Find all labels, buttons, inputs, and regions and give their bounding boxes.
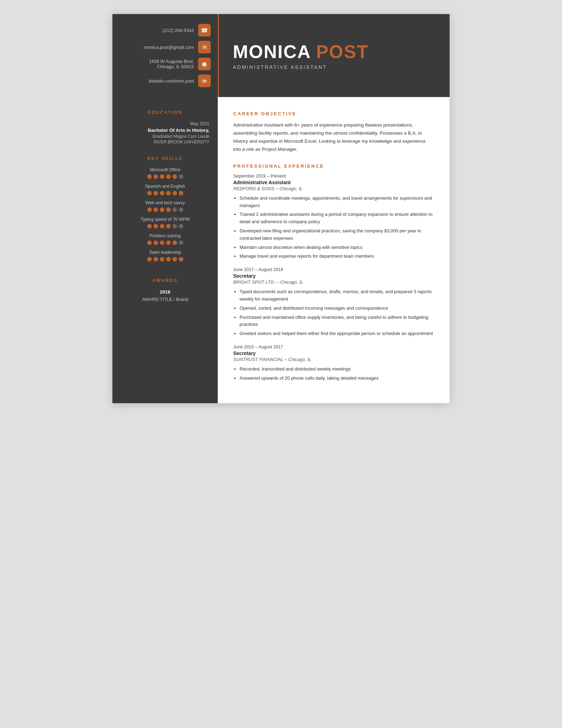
contact-item-address: 1938 W Augusta Blvd, Chicago, IL 60622◉ bbox=[122, 58, 211, 70]
award-title: AWARD TITLE / Brand bbox=[121, 297, 209, 302]
skill-dots bbox=[121, 207, 209, 212]
contact-item-email: monica.post@gmail.com✉ bbox=[122, 41, 211, 53]
dot-empty bbox=[179, 207, 183, 212]
exp-bullet: Schedule and coordinate meetings, appoin… bbox=[240, 195, 434, 210]
edu-honors: Graduated Magna Cum Laude bbox=[121, 134, 209, 139]
objective-text: Administrative Assistant with 6+ years o… bbox=[233, 121, 434, 154]
dot-filled bbox=[160, 257, 164, 262]
dot-filled bbox=[153, 224, 158, 228]
contact-item-phone: (212) 204-5342☎ bbox=[122, 24, 211, 37]
exp-bullets: Schedule and coordinate meetings, appoin… bbox=[240, 195, 434, 260]
exp-bullet: Maintain utmost discretion when dealing … bbox=[240, 244, 434, 251]
exp-bullet: Opened, sorted, and distributed incoming… bbox=[240, 305, 434, 312]
skill-name: Web and tech savvy bbox=[121, 200, 209, 205]
dot-filled bbox=[172, 191, 177, 195]
name-line: MONICA POST bbox=[233, 41, 436, 62]
education-title: EDUCATION bbox=[121, 110, 209, 115]
dot-filled bbox=[147, 191, 152, 195]
exp-role: Administrative Assistant bbox=[233, 180, 434, 185]
exp-role: Secretary bbox=[233, 273, 434, 279]
awards-section: AWARDS 2018AWARD TITLE / Brand bbox=[121, 278, 209, 302]
skill-name: Microsoft Office bbox=[121, 167, 209, 172]
dot-filled bbox=[153, 191, 158, 195]
dot-filled bbox=[147, 257, 152, 262]
skills-title: KEY SKILLS bbox=[121, 156, 209, 161]
edu-date: May 2015 bbox=[121, 121, 209, 126]
main-content: CAREER OBJECTIVE Administrative Assistan… bbox=[218, 97, 450, 403]
awards-title: AWARDS bbox=[121, 278, 209, 283]
exp-role: Secretary bbox=[233, 350, 434, 356]
dot-filled bbox=[147, 240, 152, 245]
experience-block: June 2017 – August 2019SecretaryBRIGHT S… bbox=[233, 267, 434, 337]
dot-filled bbox=[166, 240, 171, 245]
exp-bullet: Greeted visitors and helped them either … bbox=[240, 330, 434, 337]
resume: (212) 204-5342☎monica.post@gmail.com✉193… bbox=[112, 14, 450, 403]
skill-dots bbox=[121, 191, 209, 195]
header-left: (212) 204-5342☎monica.post@gmail.com✉193… bbox=[112, 14, 218, 97]
dot-filled bbox=[160, 224, 164, 228]
job-title: Administrative Assistant bbox=[233, 64, 436, 70]
dot-filled bbox=[166, 207, 171, 212]
exp-bullet: Answered upwards of 20 phone calls daily… bbox=[240, 375, 434, 382]
dot-filled bbox=[179, 191, 183, 195]
exp-company: REDFORD & SONS – Chicago, IL bbox=[233, 186, 434, 191]
contact-label-email: monica.post@gmail.com bbox=[144, 45, 194, 50]
dot-empty bbox=[179, 174, 183, 179]
skill-name: Team leadership bbox=[121, 250, 209, 255]
dot-empty bbox=[179, 240, 183, 245]
name-first: MONICA bbox=[233, 41, 311, 62]
dot-filled bbox=[160, 174, 164, 179]
experience-block: September 2019 – PresentAdministrative A… bbox=[233, 174, 434, 260]
experience-title: PROFESSIONAL EXPERIENCE bbox=[233, 163, 434, 169]
dot-filled bbox=[160, 240, 164, 245]
education-section: EDUCATION May 2015 Bachelor Of Arts In H… bbox=[121, 110, 209, 144]
dot-filled bbox=[166, 224, 171, 228]
dot-empty bbox=[172, 224, 177, 228]
exp-date: June 2015 – August 2017 bbox=[233, 344, 434, 349]
experience-block: June 2015 – August 2017SecretarySUNTRUST… bbox=[233, 344, 434, 382]
edu-degree: Bachelor Of Arts In History, bbox=[121, 128, 209, 133]
dot-filled bbox=[147, 174, 152, 179]
objective-title: CAREER OBJECTIVE bbox=[233, 111, 434, 116]
dot-filled bbox=[166, 257, 171, 262]
edu-school: RIVER BROOK UNIVERSITY bbox=[121, 140, 209, 144]
exp-bullet: Trained 2 administrative assistants duri… bbox=[240, 211, 434, 226]
skill-name: Problem solving bbox=[121, 233, 209, 238]
skill-dots bbox=[121, 257, 209, 262]
contact-label-linkedin: linkedin.com/in/m.post bbox=[149, 78, 194, 84]
skill-name: Spanish and English bbox=[121, 184, 209, 189]
contact-label-address: 1938 W Augusta Blvd, Chicago, IL 60622 bbox=[149, 59, 194, 69]
body: EDUCATION May 2015 Bachelor Of Arts In H… bbox=[112, 97, 450, 403]
contact-icon-email: ✉ bbox=[198, 41, 211, 53]
exp-bullet: Recorded, transcribed and distributed we… bbox=[240, 366, 434, 373]
contact-icon-phone: ☎ bbox=[198, 24, 211, 37]
skill-dots bbox=[121, 224, 209, 228]
contact-item-linkedin: linkedin.com/in/m.postin bbox=[122, 75, 211, 87]
dot-filled bbox=[172, 257, 177, 262]
header: (212) 204-5342☎monica.post@gmail.com✉193… bbox=[112, 14, 450, 97]
exp-bullet: Typed documents such as correspondence, … bbox=[240, 288, 434, 303]
exp-bullets: Typed documents such as correspondence, … bbox=[240, 288, 434, 337]
skill-dots bbox=[121, 174, 209, 179]
dot-empty bbox=[172, 207, 177, 212]
contact-icon-linkedin: in bbox=[198, 75, 211, 87]
exp-bullet: Purchased and maintained office supply i… bbox=[240, 314, 434, 329]
exp-bullet: Manage travel and expense reports for de… bbox=[240, 253, 434, 260]
skill-name: Typing speed of 70 WPM bbox=[121, 217, 209, 222]
dot-filled bbox=[153, 174, 158, 179]
header-right: MONICA POST Administrative Assistant bbox=[219, 14, 450, 97]
exp-date: September 2019 – Present bbox=[233, 174, 434, 179]
name-last: POST bbox=[316, 41, 369, 62]
dot-filled bbox=[153, 240, 158, 245]
dot-filled bbox=[160, 207, 164, 212]
exp-bullet: Developed new filing and organizational … bbox=[240, 227, 434, 242]
exp-date: June 2017 – August 2019 bbox=[233, 267, 434, 272]
exp-bullets: Recorded, transcribed and distributed we… bbox=[240, 366, 434, 382]
dot-filled bbox=[153, 257, 158, 262]
dot-filled bbox=[179, 257, 183, 262]
dot-empty bbox=[179, 224, 183, 228]
dot-filled bbox=[147, 224, 152, 228]
dot-filled bbox=[166, 174, 171, 179]
dot-filled bbox=[147, 207, 152, 212]
dot-filled bbox=[172, 174, 177, 179]
